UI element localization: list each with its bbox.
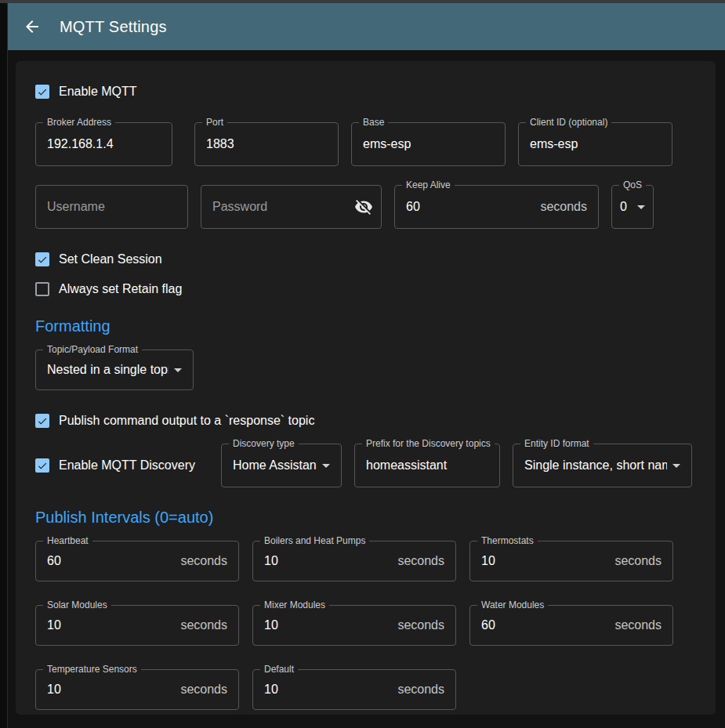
default-interval-field[interactable]: Default seconds — [252, 669, 456, 710]
auth-fields-row: Keep Alive seconds QoS 0 — [35, 185, 696, 229]
qos-select[interactable]: QoS 0 — [611, 185, 654, 229]
username-field[interactable] — [35, 185, 188, 229]
entity-id-format-value: Single instance, short name — [524, 458, 667, 473]
field-label: Heartbeat — [43, 534, 92, 547]
field-label: QoS — [619, 179, 646, 191]
checkbox-icon — [35, 282, 49, 296]
password-field[interactable] — [201, 185, 382, 229]
checkbox-icon — [35, 85, 49, 99]
thermostats-interval-field[interactable]: Thermostats seconds — [469, 541, 673, 581]
topic-format-select[interactable]: Topic/Payload Format Nested in a single … — [35, 350, 194, 390]
field-label: Water Modules — [477, 599, 548, 611]
port-input[interactable] — [206, 137, 327, 151]
keep-alive-input[interactable] — [406, 200, 534, 214]
field-suffix: seconds — [397, 683, 444, 697]
broker-fields-row: Broker Address Port Base Client ID (opti… — [35, 122, 696, 166]
intervals-grid: Heartbeat seconds Boilers and Heat Pumps… — [35, 541, 696, 710]
discovery-row: Enable MQTT Discovery Discovery type Hom… — [35, 444, 696, 487]
discovery-prefix-field[interactable]: Prefix for the Discovery topics — [354, 444, 500, 487]
checkbox-label: Enable MQTT — [59, 85, 137, 99]
heartbeat-field[interactable]: Heartbeat seconds — [35, 541, 239, 581]
broker-address-input[interactable] — [47, 137, 161, 151]
field-suffix: seconds — [180, 554, 227, 568]
water-interval-field[interactable]: Water Modules seconds — [469, 605, 673, 646]
field-label: Temperature Sensors — [43, 663, 141, 675]
chevron-down-icon — [317, 456, 335, 475]
enable-mqtt-checkbox[interactable]: Enable MQTT — [35, 83, 696, 100]
temperature-sensors-interval-field[interactable]: Temperature Sensors seconds — [35, 669, 239, 710]
chevron-down-icon — [169, 360, 187, 379]
entity-id-format-select[interactable]: Entity ID format Single instance, short … — [513, 444, 692, 487]
left-rail — [0, 3, 8, 728]
field-label: Entity ID format — [520, 437, 593, 450]
checkbox-label: Publish command output to a `response` t… — [59, 414, 314, 428]
enable-discovery-checkbox[interactable]: Enable MQTT Discovery — [35, 457, 208, 474]
checkbox-icon — [35, 252, 49, 266]
password-input[interactable] — [212, 200, 354, 214]
checkbox-icon — [35, 414, 49, 428]
qos-value: 0 — [620, 200, 632, 214]
solar-interval-input[interactable] — [47, 618, 174, 632]
temperature-sensors-interval-input[interactable] — [47, 683, 174, 697]
chevron-down-icon — [632, 197, 651, 216]
clean-session-checkbox[interactable]: Set Clean Session — [35, 251, 696, 268]
boilers-interval-input[interactable] — [264, 554, 391, 568]
field-label: Base — [359, 116, 388, 129]
back-button[interactable] — [22, 16, 42, 37]
field-suffix: seconds — [397, 554, 444, 568]
settings-card: Enable MQTT Broker Address Port Base Cli… — [16, 61, 716, 715]
field-label: Default — [260, 663, 298, 675]
client-id-field[interactable]: Client ID (optional) — [518, 122, 672, 166]
field-label: Topic/Payload Format — [43, 343, 142, 356]
mixer-interval-field[interactable]: Mixer Modules seconds — [252, 605, 456, 646]
checkbox-label: Enable MQTT Discovery — [59, 458, 195, 473]
visibility-off-icon — [354, 197, 373, 216]
field-label: Thermostats — [477, 534, 538, 547]
base-input[interactable] — [363, 137, 494, 151]
publish-intervals-heading: Publish Intervals (0=auto) — [35, 508, 696, 527]
topic-format-row: Topic/Payload Format Nested in a single … — [35, 350, 696, 390]
field-suffix: seconds — [614, 554, 662, 568]
formatting-heading: Formatting — [35, 317, 696, 335]
water-interval-input[interactable] — [481, 618, 608, 632]
heartbeat-input[interactable] — [47, 554, 174, 568]
field-label: Port — [202, 116, 227, 129]
page-title: MQTT Settings — [60, 18, 167, 36]
broker-address-field[interactable]: Broker Address — [35, 122, 172, 166]
thermostats-interval-input[interactable] — [481, 554, 608, 568]
field-suffix: seconds — [540, 200, 587, 214]
field-label: Client ID (optional) — [526, 116, 611, 129]
chevron-down-icon — [667, 456, 686, 475]
field-label: Keep Alive — [402, 179, 455, 191]
field-label: Broker Address — [43, 116, 115, 129]
field-suffix: seconds — [397, 618, 444, 632]
keep-alive-field[interactable]: Keep Alive seconds — [394, 185, 599, 229]
checkbox-label: Set Clean Session — [59, 252, 162, 266]
checkbox-label: Always set Retain flag — [59, 282, 182, 296]
toggle-password-visibility-button[interactable] — [354, 197, 373, 216]
discovery-type-value: Home Assistant — [233, 458, 317, 473]
solar-interval-field[interactable]: Solar Modules seconds — [35, 605, 239, 646]
base-field[interactable]: Base — [351, 122, 506, 166]
field-label: Mixer Modules — [260, 599, 329, 611]
field-label: Solar Modules — [43, 599, 111, 611]
appbar: MQTT Settings — [8, 3, 725, 50]
field-label: Prefix for the Discovery topics — [362, 437, 495, 450]
discovery-type-select[interactable]: Discovery type Home Assistant — [221, 444, 342, 487]
field-label: Boilers and Heat Pumps — [260, 534, 369, 547]
field-suffix: seconds — [180, 618, 227, 632]
port-field[interactable]: Port — [194, 122, 339, 166]
checkbox-icon — [35, 458, 49, 473]
publish-response-checkbox[interactable]: Publish command output to a `response` t… — [35, 412, 696, 429]
client-id-input[interactable] — [530, 137, 661, 151]
default-interval-input[interactable] — [264, 683, 391, 697]
field-suffix: seconds — [180, 683, 227, 697]
field-suffix: seconds — [614, 618, 662, 632]
boilers-interval-field[interactable]: Boilers and Heat Pumps seconds — [252, 541, 456, 581]
discovery-prefix-input[interactable] — [366, 458, 488, 473]
field-label: Discovery type — [229, 437, 299, 450]
retain-flag-checkbox[interactable]: Always set Retain flag — [35, 281, 696, 298]
mixer-interval-input[interactable] — [264, 618, 391, 632]
username-input[interactable] — [47, 200, 176, 214]
topic-format-value: Nested in a single topic — [47, 363, 169, 377]
